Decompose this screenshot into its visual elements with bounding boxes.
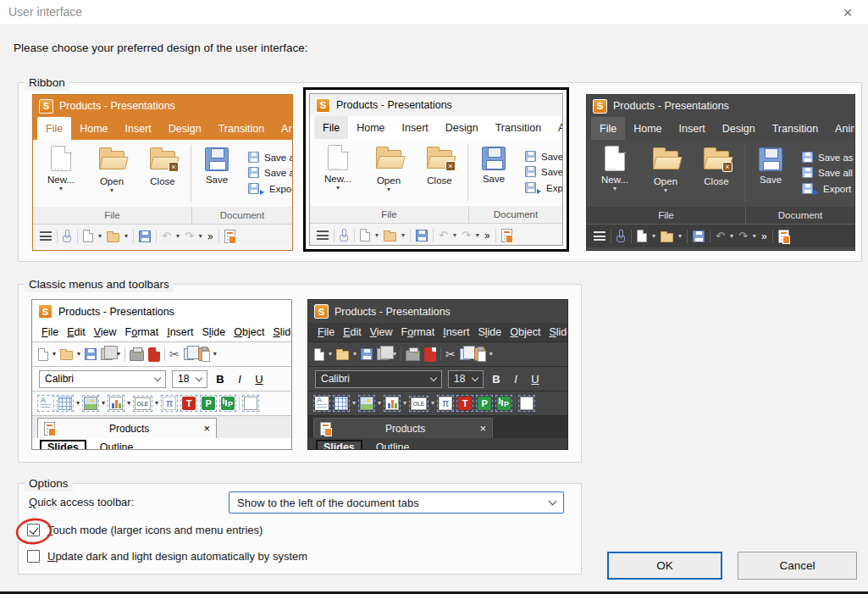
menu-view: View [366,326,397,338]
app-logo-icon: S [314,304,329,319]
save-as-item: Save as [525,151,563,162]
close-label: Close [150,176,174,186]
open-folder-icon [107,233,119,242]
menu-slide: Slide [473,326,506,338]
undo-icon: ↶ [162,230,171,242]
ok-button[interactable]: OK [607,552,722,580]
overflow-icon: » [761,230,767,242]
duplicate-icon [101,348,113,360]
menu-format: Format [121,326,163,338]
dropdown-icon: ▾ [53,351,56,358]
classic-preview-dark[interactable]: S Products - Presentations File Edit Vie… [307,299,568,450]
copy-icon [184,348,194,360]
close-icon[interactable]: × [836,2,860,24]
quick-access-select[interactable]: Show to the left of the document tabs [229,491,564,514]
separator [440,347,441,361]
ribbon-preview-colored[interactable]: S Products - Presentations File Home Ins… [32,94,293,251]
open-folder-icon [99,151,124,169]
classic-preview-light[interactable]: S Products - Presentations File Edit Vie… [31,299,292,450]
tab-home: Home [625,117,670,140]
auto-design-checkbox[interactable] [27,550,40,563]
hamburger-menu-icon [594,231,605,241]
open-folder-icon [384,232,396,241]
dropdown-icon: ▾ [77,351,80,358]
tab-home: Home [71,117,116,140]
chevron-down-icon [430,374,437,380]
new-button: New...▾ [312,139,363,206]
menu-format: Format [397,326,440,338]
hamburger-menu-icon [317,230,329,240]
separator [401,347,401,361]
menu-object: Object [229,326,268,338]
ribbon-preview-light-selected[interactable]: S Products - Presentations File Home Ins… [303,87,569,252]
new-document-icon [38,348,48,361]
close-document-icon: × [150,151,175,169]
menu-view: View [90,326,121,338]
tab-close-icon: × [203,422,210,435]
ribbon-tab-bar: File Home Insert Design Transition Anima… [310,116,562,139]
tab-animations: Animations [827,117,855,140]
separator [133,230,134,243]
redo-icon: ↷ [185,230,194,242]
auto-design-label[interactable]: Update dark and light design automatical… [47,550,307,563]
export-icon [248,183,259,194]
bold-button: B [213,373,227,386]
ribbon-preview-dark[interactable]: S Products - Presentations File Home Ins… [586,94,855,251]
new-button: New...▾ [589,140,640,207]
app-title: Products - Presentations [334,306,451,318]
touch-mode-row: Touch mode (larger icons and menu entrie… [27,524,263,536]
close-button: ×Close [691,140,742,207]
open-folder-icon [376,150,401,169]
tab-design: Design [714,117,764,140]
image-icon [82,395,99,412]
tab-file: File [37,117,71,140]
redo-icon: ↷ [738,230,748,242]
save-label: Save [206,175,228,185]
open-button: Open▾ [86,140,137,207]
dropdown-icon: ▾ [378,400,381,407]
save-all-icon [248,167,259,178]
quick-access-toolbar: ▾ ▾ ↶▾ ↷▾ » [310,223,562,246]
dropdown-icon: ▾ [102,400,105,407]
save-menu: Save as Save all Export as▾ [240,140,293,207]
cancel-button[interactable]: Cancel [738,552,857,580]
touch-mode-label[interactable]: Touch mode (larger icons and menu entrie… [47,524,263,536]
textart-icon: T [456,395,473,412]
separator [744,145,745,202]
dropdown-icon: ▾ [213,351,217,358]
object-toolbar: A ▾ ▾ ▾ OLE▾ π T P P [32,391,291,416]
save-icon [205,147,229,171]
new-document-icon [637,230,647,242]
dropdown-icon: ▾ [155,400,158,407]
underline-button: U [528,373,542,386]
cut-icon: ✂ [445,347,456,361]
pdf-export-icon [148,347,160,362]
group-document-label: Document [746,207,854,224]
quick-access-toolbar: ▾ ▾ ↶▾ ↷▾ » [33,224,292,247]
separator [772,230,773,243]
save-icon [416,230,428,241]
undo-icon: ↶ [439,230,448,241]
document-tab-label: Products [331,423,479,435]
dropdown-icon: ▾ [336,185,340,192]
tab-transition: Transition [210,117,273,140]
close-button: ×Close [137,140,188,207]
group-file-label: File [587,207,746,224]
table-icon [333,395,350,412]
save-as-icon [525,151,536,162]
save-as-item: Save as [248,152,293,163]
new-label: New... [47,175,75,185]
save-button: Save [748,140,793,207]
close-badge-icon: × [169,162,179,172]
view-tab-bar: Slides Outline [32,438,291,450]
chevron-down-icon [154,374,161,380]
presentation-object-icon: P [200,395,217,412]
export-as-item: Export as▾ [525,181,563,194]
close-document-icon: × [427,150,452,169]
document-tab-bar: Products × [32,416,291,438]
touch-mode-checkbox[interactable] [27,524,40,536]
dialog-title: User interface [8,5,82,19]
redo-icon: ↷ [462,230,471,241]
standard-toolbar: ▾ ▾ ▾ ✂ ▾ [32,342,291,367]
app-logo-icon: S [39,99,53,114]
